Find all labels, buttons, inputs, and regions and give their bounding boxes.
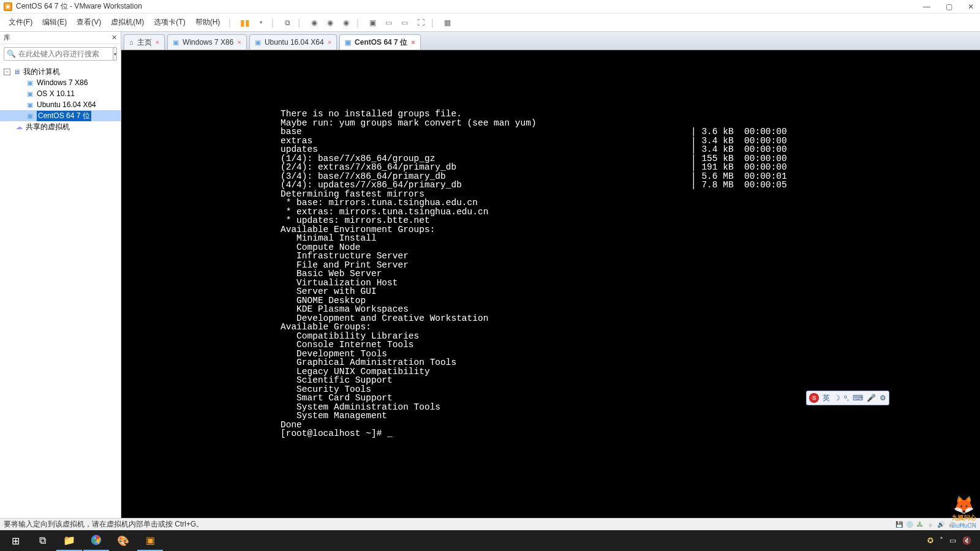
revert-snapshot-button[interactable]: ◉: [323, 16, 337, 29]
tab-home[interactable]: ⌂ 主页 ×: [124, 34, 165, 50]
windows-taskbar: ⊞ ⧉ 📁 🎨 ▣ ✪ ˄ ▭ 🔇: [0, 530, 980, 551]
vm-icon: ▣: [26, 90, 34, 98]
search-icon: 🔍: [7, 50, 16, 58]
close-button[interactable]: ✕: [965, 1, 976, 12]
tab-close-icon[interactable]: ×: [411, 39, 415, 46]
ime-toolbar[interactable]: S 英 ☽ º, ⌨ 🎤 ⚙: [806, 391, 889, 405]
pause-button[interactable]: ▮▮: [238, 16, 252, 29]
vm-console[interactable]: There is no installed groups file. Maybe…: [121, 50, 980, 518]
fox-icon: 🦊: [952, 497, 976, 514]
ime-punct-icon[interactable]: º,: [844, 394, 849, 402]
tree-vm-centos[interactable]: ▣ CentOS 64 7 位: [0, 110, 121, 121]
tree-my-computer[interactable]: − 🖥 我的计算机: [0, 66, 121, 77]
tab-close-icon[interactable]: ×: [328, 39, 331, 46]
snapshot-button[interactable]: ◉: [307, 16, 321, 29]
tray-ime-icon[interactable]: ✪: [927, 536, 933, 545]
tree-label: 我的计算机: [23, 67, 60, 77]
snapshot-manager-button[interactable]: ◉: [339, 16, 353, 29]
taskbar-explorer[interactable]: 📁: [56, 530, 82, 551]
console-view-button[interactable]: ▭: [398, 16, 412, 29]
tab-ubuntu[interactable]: ▣ Ubuntu 16.04 X64 ×: [249, 34, 337, 50]
menu-bar: 文件(F) 编辑(E) 查看(V) 虚拟机(M) 选项卡(T) 帮助(H) | …: [0, 13, 980, 32]
library-close-button[interactable]: ✕: [111, 34, 117, 42]
watermark: 🦊 九狐问心 JiuHuCN: [952, 497, 976, 529]
tab-close-icon[interactable]: ×: [156, 39, 159, 46]
minimize-button[interactable]: —: [921, 1, 932, 12]
home-icon: ⌂: [129, 39, 134, 46]
content-area: ⌂ 主页 × ▣ Windows 7 X86 × ▣ Ubuntu 16.04 …: [121, 32, 980, 518]
app-icon: ▣: [4, 2, 12, 11]
library-title: 库: [4, 33, 10, 42]
title-bar: ▣ CentOS 64 7 位 - VMware Workstation — ▢…: [0, 0, 980, 13]
expand-icon[interactable]: −: [4, 69, 10, 75]
vm-icon: ▣: [345, 39, 351, 47]
tab-bar: ⌂ 主页 × ▣ Windows 7 X86 × ▣ Ubuntu 16.04 …: [121, 32, 980, 50]
menu-file[interactable]: 文件(F): [4, 15, 37, 30]
menu-tabs[interactable]: 选项卡(T): [149, 15, 190, 30]
watermark-text1: 九狐问心: [952, 514, 976, 522]
maximize-button[interactable]: ▢: [943, 1, 954, 12]
vm-icon: ▣: [26, 112, 34, 120]
ime-keyboard-icon[interactable]: ⌨: [853, 394, 863, 402]
menu-help[interactable]: 帮助(H): [190, 15, 225, 30]
status-bar: 要将输入定向到该虚拟机，请在虚拟机内部单击或按 Ctrl+G。 💾 💿 🖧 ⏚ …: [0, 518, 980, 530]
vm-icon: ▣: [26, 101, 34, 109]
tab-label: CentOS 64 7 位: [355, 37, 407, 48]
library-panel: 库 ✕ 🔍 ▾ − 🖥 我的计算机 ▣ Windows 7 X86 ▣ OS X…: [0, 32, 121, 518]
system-tray: ✪ ˄ ▭ 🔇: [921, 536, 978, 545]
tray-action-center-icon[interactable]: ▭: [949, 536, 956, 545]
unity-button[interactable]: ▭: [382, 16, 396, 29]
shared-icon: ☁: [15, 123, 23, 131]
tab-windows7[interactable]: ▣ Windows 7 X86 ×: [167, 34, 247, 50]
tab-label: Ubuntu 16.04 X64: [265, 38, 324, 47]
taskbar-paint[interactable]: 🎨: [110, 530, 136, 551]
search-dropdown[interactable]: ▾: [113, 47, 117, 61]
vm-icon: ▣: [26, 79, 34, 87]
stretch-button[interactable]: ⛶: [414, 16, 428, 29]
ime-logo-icon: S: [809, 393, 819, 403]
menu-vm[interactable]: 虚拟机(M): [106, 15, 149, 30]
device-network-icon[interactable]: 🖧: [916, 520, 924, 529]
tree-vm-ubuntu[interactable]: ▣ Ubuntu 16.04 X64: [0, 99, 121, 110]
power-dropdown[interactable]: ▾: [254, 16, 268, 29]
tree-label: Ubuntu 16.04 X64: [37, 100, 96, 109]
device-sound-icon[interactable]: 🔊: [937, 520, 945, 529]
search-input[interactable]: [18, 50, 110, 58]
watermark-text2: JiuHuCN: [952, 522, 976, 529]
tree-shared-vms[interactable]: ☁ 共享的虚拟机: [0, 121, 121, 132]
tab-close-icon[interactable]: ×: [237, 39, 241, 46]
menu-view[interactable]: 查看(V): [72, 15, 106, 30]
ime-settings-icon[interactable]: ⚙: [880, 394, 886, 402]
tree-label: 共享的虚拟机: [26, 122, 70, 132]
device-cd-icon[interactable]: 💿: [905, 520, 914, 529]
tab-label: 主页: [137, 37, 152, 48]
tree-vm-windows7[interactable]: ▣ Windows 7 X86: [0, 77, 121, 88]
ime-lang[interactable]: 英: [823, 393, 830, 403]
library-search-box[interactable]: 🔍: [4, 47, 113, 61]
fullscreen-button[interactable]: ▣: [366, 16, 380, 29]
library-tree: − 🖥 我的计算机 ▣ Windows 7 X86 ▣ OS X 10.11 ▣…: [0, 64, 121, 135]
send-ctrl-alt-del-button[interactable]: ⧉: [281, 16, 295, 29]
menu-edit[interactable]: 编辑(E): [37, 15, 72, 30]
tray-chevron-up-icon[interactable]: ˄: [940, 536, 943, 545]
taskbar-vmware[interactable]: ▣: [137, 530, 163, 551]
device-usb-icon[interactable]: ⏚: [926, 520, 935, 529]
task-view-button[interactable]: ⧉: [29, 530, 55, 551]
ime-moon-icon[interactable]: ☽: [834, 394, 840, 402]
ime-mic-icon[interactable]: 🎤: [867, 394, 876, 402]
tree-label: Windows 7 X86: [37, 78, 88, 87]
vm-icon: ▣: [173, 39, 179, 47]
tab-label: Windows 7 X86: [183, 38, 233, 47]
start-button[interactable]: ⊞: [2, 530, 28, 551]
computer-icon: 🖥: [12, 68, 21, 75]
tree-vm-osx[interactable]: ▣ OS X 10.11: [0, 88, 121, 99]
tray-volume-icon[interactable]: 🔇: [962, 536, 971, 545]
thumbnail-button[interactable]: ▦: [441, 16, 454, 29]
tree-label: CentOS 64 7 位: [37, 111, 91, 121]
tab-centos[interactable]: ▣ CentOS 64 7 位 ×: [339, 34, 420, 50]
vm-icon: ▣: [255, 39, 261, 47]
window-title: CentOS 64 7 位 - VMware Workstation: [16, 1, 921, 12]
taskbar-chrome[interactable]: [83, 530, 109, 551]
tree-label: OS X 10.11: [37, 89, 75, 98]
device-disk-icon[interactable]: 💾: [895, 520, 903, 529]
